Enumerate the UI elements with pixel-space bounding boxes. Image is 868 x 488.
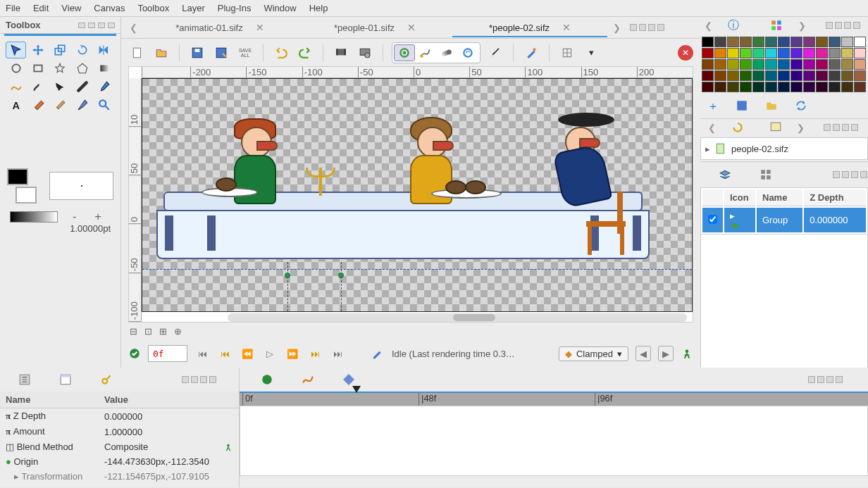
- panel-drag-handle[interactable]: [178, 376, 221, 383]
- history-icon[interactable]: [731, 121, 744, 134]
- palette-color[interactable]: [790, 59, 802, 70]
- save-all-button[interactable]: SAVE ALL: [236, 44, 254, 62]
- keyframe-prev-icon[interactable]: ◀: [636, 346, 651, 361]
- menu-help[interactable]: Help: [309, 3, 328, 13]
- param-row[interactable]: ▸ Transformation-121.154675px,-107.9105: [0, 469, 239, 484]
- palette-color[interactable]: [778, 37, 790, 47]
- palette-color[interactable]: [752, 70, 764, 81]
- palette-color[interactable]: [854, 70, 866, 81]
- panel-nav-next[interactable]: ❯: [798, 17, 806, 34]
- play-icon[interactable]: ▷: [262, 346, 278, 361]
- palette-color[interactable]: [778, 82, 790, 92]
- timeline-ruler[interactable]: 0f |48f |96f: [240, 392, 868, 406]
- seek-prev-kf-icon[interactable]: ⏮: [217, 346, 232, 361]
- eyedrop-tool[interactable]: [94, 78, 115, 95]
- panel-drag-handle[interactable]: [78, 23, 115, 28]
- param-row[interactable]: π Amount1.000000: [0, 424, 239, 439]
- zoom-tool[interactable]: [94, 96, 115, 113]
- palette-color[interactable]: [752, 82, 764, 92]
- palette-color[interactable]: [816, 37, 828, 47]
- library-icon[interactable]: [100, 373, 113, 386]
- playhead[interactable]: [352, 386, 361, 393]
- redo-icon[interactable]: [296, 44, 314, 62]
- close-icon[interactable]: ✕: [256, 22, 264, 33]
- palette-color[interactable]: [854, 82, 866, 92]
- palette-color[interactable]: [727, 82, 739, 92]
- panel-drag-handle[interactable]: [804, 376, 847, 383]
- palette-color[interactable]: [727, 37, 739, 47]
- menu-canvas[interactable]: Canvas: [94, 3, 125, 13]
- keyframes-icon[interactable]: [342, 373, 355, 386]
- keyframe-next-icon[interactable]: ▶: [658, 346, 674, 361]
- palette-color[interactable]: [752, 48, 764, 58]
- close-icon[interactable]: ✕: [562, 22, 571, 33]
- seek-prev-icon[interactable]: ⏪: [240, 346, 255, 361]
- palette-color[interactable]: [702, 48, 714, 58]
- open-file-icon[interactable]: [152, 44, 170, 62]
- palette-color[interactable]: [702, 59, 714, 70]
- seek-next-kf-icon[interactable]: ⏭: [307, 346, 323, 361]
- palette-color[interactable]: [803, 82, 815, 92]
- animate-toggle-icon[interactable]: [223, 442, 233, 452]
- smooth-move-tool[interactable]: [27, 42, 48, 58]
- palette-load-icon[interactable]: [736, 99, 748, 114]
- palette-color[interactable]: [790, 37, 802, 47]
- palette-color[interactable]: [854, 48, 866, 58]
- palette-color[interactable]: [829, 70, 841, 81]
- preview-icon[interactable]: [356, 44, 374, 62]
- bone-tool-icon[interactable]: [369, 346, 385, 361]
- seek-next-icon[interactable]: ⏩: [285, 346, 300, 361]
- palette-color[interactable]: [714, 48, 726, 58]
- gradient-tool[interactable]: [94, 60, 115, 77]
- new-file-icon[interactable]: [128, 44, 147, 62]
- palette-color[interactable]: [816, 70, 828, 81]
- palette-color[interactable]: [816, 59, 828, 70]
- param-row[interactable]: ● Origin-144.473630px,-112.3540: [0, 454, 239, 469]
- palette-color[interactable]: [714, 59, 726, 70]
- palette-icon[interactable]: [770, 19, 783, 32]
- brush-tool[interactable]: [72, 96, 92, 113]
- palette-color[interactable]: [841, 59, 853, 70]
- tab-people01[interactable]: *people-01.sifz✕: [297, 18, 452, 37]
- timeline-track-area[interactable]: [240, 406, 868, 476]
- palette-color[interactable]: [790, 48, 802, 58]
- zoom-fit-icon[interactable]: ⊡: [144, 326, 152, 337]
- param-row[interactable]: π Z Depth0.000000: [0, 408, 239, 425]
- menu-toolbox[interactable]: Toolbox: [137, 3, 169, 13]
- sets-icon[interactable]: [760, 168, 772, 181]
- palette-color[interactable]: [752, 59, 764, 70]
- palette-color[interactable]: [765, 70, 777, 81]
- menu-view[interactable]: View: [61, 3, 81, 13]
- palette-color[interactable]: [740, 37, 752, 47]
- palette-color[interactable]: [803, 48, 815, 58]
- palette-color[interactable]: [702, 37, 714, 47]
- save-as-icon[interactable]: [212, 44, 230, 62]
- palette-color[interactable]: [803, 37, 815, 47]
- palette-save-icon[interactable]: [765, 99, 778, 114]
- render-icon[interactable]: [332, 44, 350, 62]
- palette-color[interactable]: [841, 82, 853, 92]
- palette-add-icon[interactable]: ＋: [707, 99, 719, 114]
- seek-end-icon[interactable]: ⏭: [330, 346, 345, 361]
- palette-color[interactable]: [829, 59, 841, 70]
- curves-icon[interactable]: [302, 373, 314, 386]
- canvas-viewport[interactable]: -200-150-100 -50050 100150200 10500 -50-…: [128, 66, 693, 323]
- tab-nav-prev[interactable]: ❮: [124, 19, 142, 36]
- transform-tool[interactable]: [6, 42, 26, 58]
- color-swatch[interactable]: [7, 168, 42, 204]
- layers-icon[interactable]: [719, 168, 731, 181]
- horizontal-scrollbar[interactable]: [228, 313, 687, 322]
- spline-tool[interactable]: [6, 78, 26, 95]
- menu-plugins[interactable]: Plug-Ins: [218, 3, 252, 13]
- palette-color[interactable]: [854, 37, 866, 47]
- grid-icon[interactable]: [558, 44, 576, 62]
- panel-drag-handle[interactable]: [819, 124, 862, 131]
- palette-color[interactable]: [740, 82, 752, 92]
- palette-color[interactable]: [790, 82, 802, 92]
- color-opt-icon[interactable]: [522, 44, 540, 62]
- tab-nav-next[interactable]: ❯: [607, 19, 626, 36]
- rectangle-tool[interactable]: [27, 60, 48, 77]
- palette-color[interactable]: [740, 48, 752, 58]
- normal-mode-icon[interactable]: [394, 44, 415, 61]
- palette-color[interactable]: [841, 37, 853, 47]
